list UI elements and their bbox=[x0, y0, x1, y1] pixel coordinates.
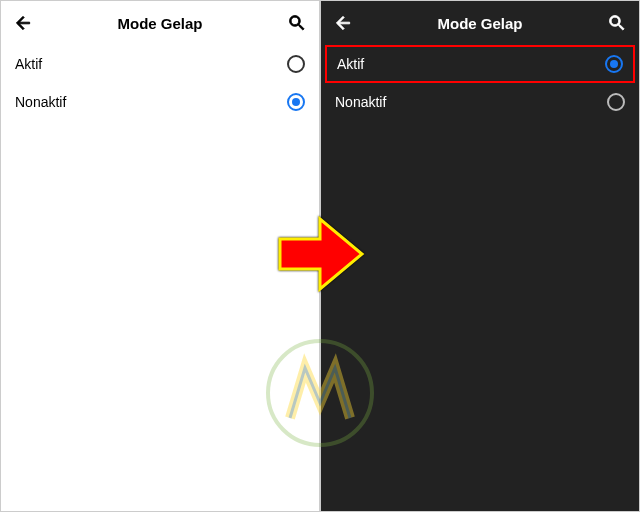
radio-icon bbox=[607, 93, 625, 111]
header: Mode Gelap bbox=[321, 1, 639, 45]
search-button[interactable] bbox=[605, 13, 629, 33]
header: Mode Gelap bbox=[1, 1, 319, 45]
option-aktif[interactable]: Aktif bbox=[325, 45, 635, 83]
arrow-left-icon bbox=[333, 13, 353, 33]
option-label: Aktif bbox=[337, 56, 364, 72]
page-title: Mode Gelap bbox=[35, 15, 285, 32]
option-aktif[interactable]: Aktif bbox=[1, 45, 319, 83]
radio-icon bbox=[605, 55, 623, 73]
search-icon bbox=[287, 13, 307, 33]
option-label: Nonaktif bbox=[15, 94, 66, 110]
arrow-right-icon bbox=[270, 204, 370, 304]
arrow-left-icon bbox=[13, 13, 33, 33]
back-button[interactable] bbox=[11, 13, 35, 33]
page-title: Mode Gelap bbox=[355, 15, 605, 32]
option-label: Nonaktif bbox=[335, 94, 386, 110]
option-nonaktif[interactable]: Nonaktif bbox=[321, 83, 639, 121]
transition-arrow bbox=[270, 204, 370, 308]
option-label: Aktif bbox=[15, 56, 42, 72]
option-nonaktif[interactable]: Nonaktif bbox=[1, 83, 319, 121]
search-icon bbox=[607, 13, 627, 33]
radio-icon bbox=[287, 93, 305, 111]
radio-icon bbox=[287, 55, 305, 73]
back-button[interactable] bbox=[331, 13, 355, 33]
watermark-logo bbox=[265, 338, 375, 452]
search-button[interactable] bbox=[285, 13, 309, 33]
